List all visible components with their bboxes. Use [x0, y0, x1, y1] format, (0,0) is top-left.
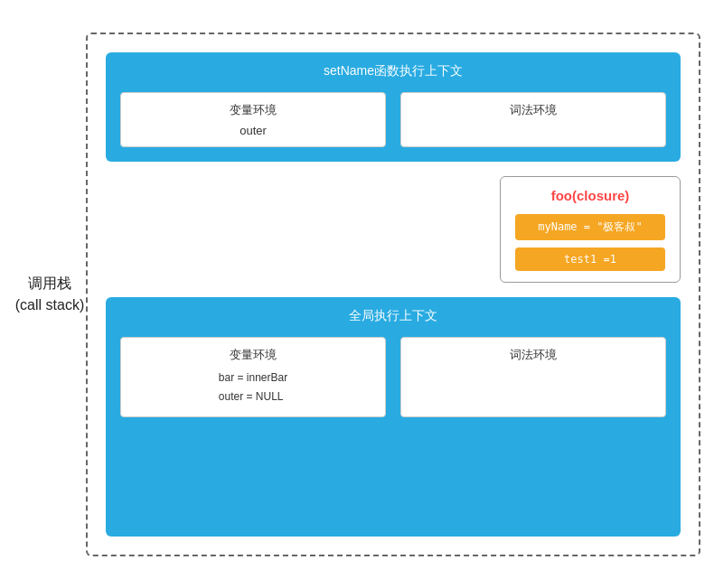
setname-var-env-label: 变量环境 — [230, 102, 277, 118]
outer-container: 调用栈 (call stack) setName函数执行上下文 变量环境 out… — [14, 23, 700, 565]
foo-item-1: myName = "极客叔" — [515, 214, 665, 240]
callstack-label-en: (call stack) — [15, 294, 84, 316]
global-var-env: 变量环境 bar = innerBarouter = NULL — [120, 337, 386, 417]
setname-var-env-value: outer — [240, 124, 267, 137]
setname-title: setName函数执行上下文 — [120, 63, 666, 79]
call-stack-label: 调用栈 (call stack) — [14, 273, 86, 316]
global-lexical-env-label: 词法环境 — [510, 347, 557, 363]
global-context: 全局执行上下文 变量环境 bar = innerBarouter = NULL … — [106, 297, 681, 537]
setname-lexical-env-label: 词法环境 — [510, 102, 557, 118]
callstack-label-cn: 调用栈 — [28, 273, 71, 294]
foo-closure: foo(closure) myName = "极客叔" test1 =1 — [500, 176, 681, 283]
global-var-env-label: 变量环境 — [230, 347, 277, 363]
setname-env-row: 变量环境 outer 词法环境 — [120, 92, 666, 147]
global-env-row: 变量环境 bar = innerBarouter = NULL 词法环境 — [120, 337, 666, 417]
global-lexical-env: 词法环境 — [400, 337, 666, 417]
global-title: 全局执行上下文 — [120, 308, 666, 324]
setname-lexical-env: 词法环境 — [400, 92, 666, 147]
main-box: setName函数执行上下文 变量环境 outer 词法环境 foo(closu… — [86, 33, 700, 556]
foo-item-2: test1 =1 — [515, 247, 665, 271]
setname-context: setName函数执行上下文 变量环境 outer 词法环境 — [106, 52, 681, 162]
global-var-env-values: bar = innerBarouter = NULL — [219, 369, 287, 407]
foo-closure-title: foo(closure) — [515, 188, 665, 203]
middle-section: foo(closure) myName = "极客叔" test1 =1 — [106, 176, 681, 283]
setname-var-env: 变量环境 outer — [120, 92, 386, 147]
